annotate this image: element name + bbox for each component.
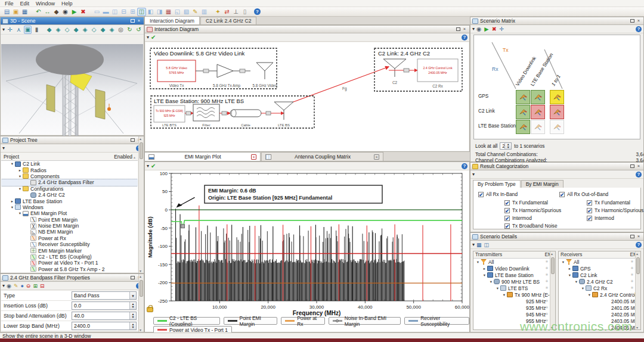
tree-item[interactable]: ▾ C2 Link [559,272,640,278]
stepper-arrows-icon[interactable] [504,143,511,149]
scene-3d-viewport[interactable] [1,44,143,135]
tree-item[interactable]: 2.4 GHz C2 [1,192,138,198]
transmitters-header[interactable]: TransmittersEMI [473,251,555,259]
view-icon[interactable]: ↺ [135,26,143,34]
help-icon[interactable]: ? [462,163,467,169]
scenario-count-stepper[interactable]: 2 [500,142,512,150]
help-icon[interactable]: ? [462,35,467,41]
expand-caret-icon[interactable]: ▾ [17,211,23,216]
tree-item[interactable]: ▾ 2.4 GHz C2 [559,278,640,285]
validate-check-icon[interactable]: ✔ [151,163,156,169]
matrix-cell[interactable] [531,90,545,104]
toolbar-icon[interactable]: ⊞ [128,8,137,16]
tree-item[interactable]: ╲ Point EMI Margin [1,217,138,223]
matrix-tool-icon[interactable]: ◉ [476,26,481,32]
matrix-cell[interactable] [550,120,564,134]
tab-emi-margin-plot[interactable]: EMI Margin Plot × [144,152,261,161]
close-icon[interactable]: × [636,234,642,240]
tree-item[interactable]: ┼ EMI Margin Marker [1,247,138,253]
toolbar-icon[interactable]: ◉ [61,8,70,16]
expand-caret-icon[interactable]: ▾ [10,205,15,210]
toolbar-icon[interactable]: ▧ [182,8,191,16]
details-tool-icon[interactable]: ▦ [476,242,482,248]
expand-caret-icon[interactable]: ▸ [567,266,572,271]
toolbar-icon[interactable]: ◆ [52,8,61,16]
field-adornment-icon[interactable] [129,302,136,309]
close-tab-icon[interactable]: × [374,154,379,160]
legend-item[interactable]: Point EMI Margin [224,317,278,325]
toolbar-icon[interactable]: ✦ [213,8,222,16]
tree-item[interactable]: ▾ LTE Base Station [473,272,555,278]
tree-item[interactable]: 2401.05 MHz [559,304,640,311]
toolbar-icon[interactable]: ▭ [92,8,101,16]
scrollbar[interactable] [138,274,144,332]
panel-menu-icon[interactable]: ▾ [147,35,149,40]
expand-caret-icon[interactable]: ▾ [17,186,23,191]
float-icon[interactable] [630,164,634,168]
expand-caret-icon[interactable]: ▾ [495,286,500,291]
checkbox-all-rx-out-of-band[interactable]: ✔ All Rx Out-of-Band [559,191,608,197]
close-icon[interactable]: × [636,18,642,24]
menu-item[interactable]: Window [33,1,58,7]
scenario-matrix-titlebar[interactable]: Scenario Matrix × [470,17,643,25]
tree-item[interactable]: 2400.05 MHz [559,298,640,304]
tree-item[interactable]: ╲ Power at 5.8 GHz Tx Amp - 2 [1,266,138,272]
checkbox-item[interactable]: ✔ Tx Harmonic/Spurious [504,207,561,213]
toolbar-icon[interactable]: ◧ [146,8,155,16]
matrix-cell[interactable] [531,105,545,119]
toolbar-icon[interactable]: ◫ [137,8,146,16]
tree-item[interactable]: ▾ Configurations [1,186,138,192]
details-tool-icon[interactable]: ◫ [484,242,490,248]
expand-caret-icon[interactable]: ▾ [580,286,586,291]
close-icon[interactable]: × [636,164,642,169]
toolbar-icon[interactable]: ▬ [101,8,110,16]
interaction-diagram-titlebar[interactable]: Interaction Diagram × [145,26,469,33]
view-icon[interactable]: ◈ [54,26,62,34]
property-value-field[interactable]: Band Pass [72,291,137,300]
panel-menu-icon[interactable]: ▾ [472,242,475,247]
scene-3d-titlebar[interactable]: 3D - Scene × [1,17,144,25]
tree-item[interactable]: ▾ C2 Link [1,161,138,167]
tree-item[interactable]: ▸ Radios [1,167,138,173]
tree-item[interactable]: ▸ GPS [559,265,640,272]
float-icon[interactable] [131,19,135,23]
matrix-cell[interactable] [516,105,530,119]
toolbar-icon[interactable]: ⇄ [222,8,231,16]
expand-caret-icon[interactable]: ▾ [482,273,487,278]
toolbar-icon[interactable]: ▦ [164,8,173,16]
float-icon[interactable] [630,19,634,23]
panel-menu-icon[interactable]: ▾ [2,27,5,32]
checkbox-all-rx-in-band[interactable]: ✔ All Rx In-Band [478,191,518,197]
tree-item[interactable]: ▾ 900 MHz LTE BS [473,278,555,285]
float-icon[interactable] [456,27,460,31]
scenario-details-titlebar[interactable]: Scenario Details × [470,233,643,241]
properties-tool-icon[interactable]: ✎ [14,283,18,289]
tree-item[interactable]: ▸ LTE Base Station [1,198,138,204]
panel-menu-icon[interactable]: ▾ [2,145,5,151]
close-tab-icon[interactable]: × [251,154,256,160]
view-icon[interactable]: ▣ [24,26,32,34]
tree-item[interactable]: ▾ C2 Rx [559,285,640,291]
checkbox-item[interactable]: ✔ Intermod [587,215,643,221]
toolbar-icon[interactable]: ◫ [110,8,119,16]
toolbar-icon[interactable]: ✖ [79,8,88,16]
tree-item[interactable]: ▾ EMI Margin Plot [1,210,138,216]
toolbar-icon[interactable]: ▯ [240,8,249,16]
view-icon[interactable]: ◎ [117,26,125,34]
view-icon[interactable]: ✛ [6,26,14,34]
view-icon[interactable]: ◈ [108,26,116,34]
matrix-tool-icon[interactable]: ✛ [500,26,504,32]
expand-caret-icon[interactable]: ▾ [488,279,494,284]
float-icon[interactable] [131,276,135,279]
panel-menu-icon[interactable]: ▾ [472,172,475,177]
menu-item[interactable]: Help [58,1,76,7]
matrix-tool-icon[interactable]: ▶ [484,26,488,32]
column-project[interactable]: Project [4,154,19,160]
help-icon[interactable]: ? [636,172,642,178]
emi-margin-chart[interactable]: 100500-50-100-150-200-25010,00020,00030,… [145,170,469,316]
legend-item[interactable]: Noise In-Band EMI Margin [329,317,401,325]
menu-item[interactable]: Edit [17,1,33,7]
tree-item[interactable]: 2.4 GHz Bandpass Filter [1,179,138,185]
interaction-diagram-canvas[interactable]: Fg Video Downlink: 5.8 GHz Video Link 5.… [145,42,469,151]
tree-item[interactable]: ▾ Tx 900 MHz (E-GSM) [473,291,555,298]
